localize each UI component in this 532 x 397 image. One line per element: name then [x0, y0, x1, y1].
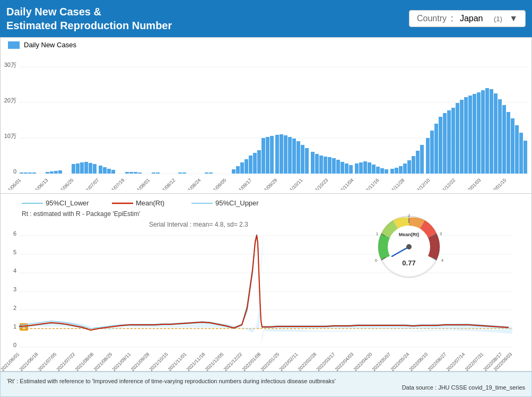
svg-rect-89 [485, 88, 489, 174]
serial-interval: Serial Interval : mean= 4.8, sd= 2.3 [149, 221, 248, 228]
svg-rect-9 [54, 171, 58, 174]
svg-text:2: 2 [13, 305, 16, 311]
svg-text:2021/10/23: 2021/10/23 [308, 177, 329, 190]
svg-text:2021/09/29: 2021/09/29 [257, 177, 278, 190]
y-label-0: 0 [13, 168, 16, 175]
svg-rect-18 [103, 167, 107, 174]
svg-text:4: 4 [13, 267, 16, 274]
svg-rect-90 [490, 89, 493, 174]
svg-rect-44 [288, 137, 292, 174]
svg-rect-59 [355, 163, 359, 174]
svg-rect-30 [209, 172, 213, 174]
country-badge: (1) [494, 15, 502, 23]
rt-note: Rt : estimated with R - Package 'EpiEsti… [22, 210, 140, 218]
x-axis-rt-labels: 2021/06/01 2021/06/18 2021/07/05 2021/07… [1, 351, 513, 372]
svg-text:2021/07/05: 2021/07/05 [37, 351, 57, 372]
svg-text:2022/04/20: 2022/04/20 [352, 351, 373, 372]
svg-rect-40 [270, 136, 274, 174]
svg-rect-28 [182, 172, 186, 174]
svg-text:2022/02/28: 2022/02/28 [296, 351, 317, 372]
svg-text:2021/07/07: 2021/07/07 [79, 177, 100, 190]
svg-rect-66 [385, 169, 388, 174]
x-axis-labels: 2021/06/01 2021/06/13 2021/06/25 2021/07… [1, 177, 507, 190]
svg-rect-21 [125, 172, 129, 174]
svg-rect-91 [494, 93, 498, 174]
svg-rect-49 [311, 152, 315, 174]
svg-rect-81 [451, 108, 455, 174]
svg-text:0: 0 [375, 258, 378, 263]
svg-text:2021/12/10: 2021/12/10 [410, 177, 431, 190]
legend-color-box [8, 41, 20, 49]
svg-rect-5 [28, 172, 32, 174]
svg-text:2021/11/04: 2021/11/04 [334, 177, 354, 190]
y-label-20: 20万 [4, 97, 16, 103]
svg-rect-4 [24, 172, 28, 174]
svg-rect-12 [76, 163, 80, 174]
svg-rect-13 [80, 162, 84, 174]
svg-rect-17 [99, 166, 102, 174]
svg-text:2021/06/01: 2021/06/01 [1, 177, 22, 190]
svg-text:2022/06/10: 2022/06/10 [408, 351, 429, 372]
svg-rect-29 [205, 172, 208, 174]
svg-text:0.77: 0.77 [402, 259, 415, 267]
svg-text:2021/09/28: 2021/09/28 [129, 351, 150, 372]
legend-ci-upper: 95%CI_Upper [215, 199, 259, 207]
svg-rect-86 [473, 94, 476, 174]
chart-legend: Daily New Cases [1, 38, 531, 52]
svg-text:1: 1 [13, 323, 16, 330]
svg-text:4: 4 [441, 258, 444, 263]
svg-rect-88 [481, 90, 485, 174]
svg-rect-92 [498, 99, 502, 174]
svg-text:2021/07/19: 2021/07/19 [104, 177, 125, 190]
svg-rect-62 [368, 162, 371, 174]
svg-rect-54 [332, 158, 336, 174]
svg-text:0: 0 [13, 342, 16, 348]
svg-text:2021/10/15: 2021/10/15 [148, 351, 169, 372]
svg-text:2021/11/01: 2021/11/01 [167, 351, 187, 372]
svg-text:2022/07/14: 2022/07/14 [445, 351, 466, 372]
chevron-down-icon[interactable]: ▼ [509, 14, 518, 23]
svg-text:2021/11/28: 2021/11/28 [385, 177, 405, 190]
page-title: Daily New Cases & Estimated Reproduction… [6, 5, 172, 32]
svg-rect-31 [232, 169, 236, 174]
svg-rect-74 [420, 145, 424, 174]
svg-text:2021/09/17: 2021/09/17 [232, 177, 252, 190]
svg-rect-63 [372, 165, 376, 174]
svg-rect-93 [502, 105, 506, 174]
svg-rect-7 [46, 172, 49, 174]
svg-text:2022/03/17: 2022/03/17 [315, 351, 336, 372]
svg-rect-22 [129, 172, 133, 174]
svg-rect-82 [456, 103, 459, 174]
svg-text:2021/06/25: 2021/06/25 [54, 177, 74, 190]
rt-chart-area: 95%CI_Lower Mean(Rt) 95%CI_Upper Rt : es… [0, 194, 532, 372]
svg-text:2022/06/27: 2022/06/27 [426, 351, 447, 372]
svg-rect-84 [464, 97, 468, 174]
svg-text:2021/08/01: 2021/08/01 [130, 177, 151, 190]
svg-rect-43 [284, 135, 287, 174]
svg-text:2021/06/01: 2021/06/01 [1, 351, 20, 372]
svg-text:2021/06/13: 2021/06/13 [28, 177, 49, 190]
svg-rect-83 [460, 100, 464, 174]
svg-rect-77 [434, 124, 438, 174]
svg-rect-48 [305, 148, 309, 174]
svg-rect-20 [111, 170, 115, 174]
country-selector[interactable]: Country: Japan (1) ▼ [409, 10, 526, 27]
svg-rect-25 [152, 172, 155, 174]
svg-rect-71 [407, 160, 411, 174]
svg-rect-87 [477, 92, 481, 174]
country-label: Country [417, 14, 447, 23]
svg-rect-15 [89, 163, 92, 174]
svg-rect-64 [376, 167, 380, 174]
svg-rect-96 [515, 125, 519, 174]
header: Daily New Cases & Estimated Reproduction… [0, 0, 532, 37]
svg-rect-57 [345, 163, 348, 174]
svg-text:2021/08/08: 2021/08/08 [74, 351, 94, 372]
svg-rect-56 [341, 162, 344, 174]
svg-rect-75 [426, 138, 430, 174]
svg-text:2021/12/05: 2021/12/05 [204, 351, 224, 372]
svg-rect-51 [319, 156, 323, 174]
svg-text:6: 6 [13, 230, 16, 237]
svg-text:2021/06/18: 2021/06/18 [18, 351, 39, 372]
daily-new-cases-chart: Daily New Cases 30万 20万 10万 0 [0, 37, 532, 194]
svg-text:2021/08/24: 2021/08/24 [181, 177, 202, 190]
